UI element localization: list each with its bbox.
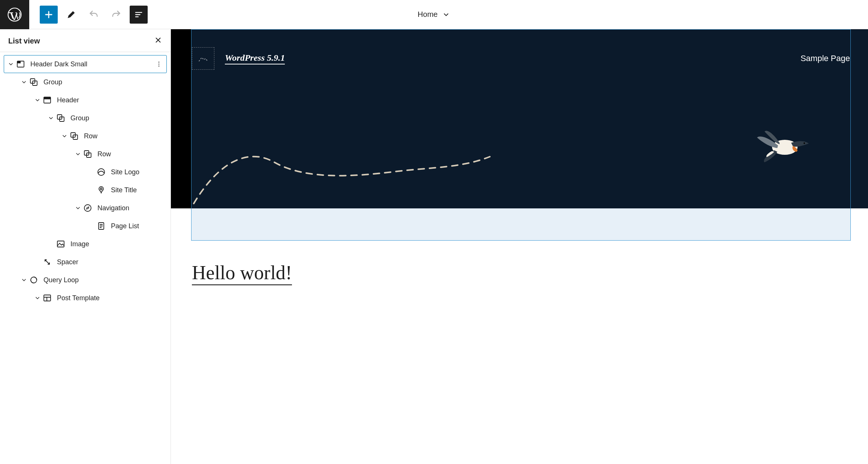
tree-item-label: Post Template bbox=[57, 294, 164, 302]
tree-item-label: Row bbox=[97, 150, 164, 158]
expand-toggle[interactable] bbox=[33, 97, 42, 103]
tools-button[interactable] bbox=[62, 6, 80, 24]
expand-toggle[interactable] bbox=[73, 205, 82, 211]
bird-image bbox=[756, 125, 812, 166]
tree-item-label: Group bbox=[43, 78, 164, 86]
tree-item-options-button[interactable] bbox=[154, 61, 163, 67]
tree-item[interactable]: Header bbox=[4, 91, 167, 109]
tree-item-label: Page List bbox=[111, 222, 164, 230]
group-icon bbox=[69, 131, 79, 141]
chevron-down-icon bbox=[21, 79, 27, 85]
document-title-label: Home bbox=[418, 10, 437, 19]
chevron-down-icon bbox=[48, 115, 54, 121]
post-template-icon bbox=[42, 293, 52, 303]
tree-item[interactable]: Group bbox=[4, 109, 167, 127]
header-icon bbox=[42, 95, 52, 105]
query-loop-icon bbox=[28, 275, 39, 285]
tree-item-label: Spacer bbox=[57, 258, 164, 266]
group-icon bbox=[55, 113, 66, 123]
more-vertical-icon bbox=[156, 61, 162, 67]
tree-item[interactable]: Group bbox=[4, 73, 167, 91]
plus-icon bbox=[43, 9, 54, 20]
tree-item[interactable]: Spacer bbox=[4, 253, 167, 271]
list-view-close-button[interactable] bbox=[154, 36, 162, 46]
tree-item-label: Group bbox=[70, 114, 164, 122]
post-title-link[interactable]: Hello world! bbox=[192, 262, 292, 285]
close-icon bbox=[154, 36, 162, 44]
tree-item[interactable]: Page List bbox=[4, 217, 167, 235]
list-view-icon bbox=[133, 9, 144, 20]
expand-toggle[interactable] bbox=[46, 115, 55, 121]
chevron-down-icon bbox=[34, 295, 41, 301]
chevron-down-icon bbox=[34, 97, 41, 103]
tree-item-label: Image bbox=[70, 240, 164, 248]
site-header-row: WordPress 5.9.1 Sample Page bbox=[192, 47, 850, 70]
site-logo-placeholder[interactable] bbox=[192, 47, 214, 70]
template-part-icon bbox=[15, 59, 26, 69]
image-icon bbox=[55, 239, 66, 249]
expand-toggle[interactable] bbox=[60, 133, 69, 139]
tree-item-label: Header bbox=[57, 96, 164, 104]
block-inserter-button[interactable] bbox=[40, 6, 58, 24]
expand-toggle[interactable] bbox=[6, 61, 15, 67]
tree-item-label: Row bbox=[84, 132, 164, 140]
block-tree: Header Dark SmallGroupHeaderGroupRowRowS… bbox=[0, 52, 171, 310]
top-toolbar: Home bbox=[0, 0, 868, 29]
selection-highlight-strip bbox=[192, 208, 850, 240]
group-icon bbox=[82, 149, 93, 159]
list-view-toggle-button[interactable] bbox=[130, 6, 148, 24]
pencil-icon bbox=[66, 9, 76, 20]
editor-main: List view Header Dark SmallGroupHeaderGr… bbox=[0, 29, 868, 464]
tree-item[interactable]: Row bbox=[4, 145, 167, 163]
dark-header-band: WordPress 5.9.1 Sample Page bbox=[171, 29, 868, 208]
expand-toggle[interactable] bbox=[19, 79, 28, 85]
tree-item[interactable]: Query Loop bbox=[4, 271, 167, 289]
list-view-title: List view bbox=[8, 37, 40, 45]
tree-item-label: Site Logo bbox=[111, 168, 164, 176]
chevron-down-icon bbox=[21, 277, 27, 283]
chevron-down-icon bbox=[75, 205, 81, 211]
expand-toggle[interactable] bbox=[73, 151, 82, 157]
site-title-text[interactable]: WordPress 5.9.1 bbox=[225, 53, 285, 64]
tree-item-label: Navigation bbox=[97, 204, 164, 212]
editor-canvas[interactable]: WordPress 5.9.1 Sample Page bbox=[171, 29, 868, 464]
tree-item[interactable]: Header Dark Small bbox=[4, 55, 167, 73]
tree-item[interactable]: Site Logo bbox=[4, 163, 167, 181]
expand-toggle[interactable] bbox=[19, 277, 28, 283]
undo-icon bbox=[88, 9, 99, 20]
tree-item[interactable]: Site Title bbox=[4, 181, 167, 199]
navigation-icon bbox=[82, 203, 93, 213]
undo-button[interactable] bbox=[85, 6, 103, 24]
svg-point-2 bbox=[804, 142, 805, 144]
tree-item[interactable]: Post Template bbox=[4, 289, 167, 307]
list-view-header: List view bbox=[0, 29, 171, 52]
chevron-down-icon bbox=[442, 10, 450, 19]
chevron-down-icon bbox=[61, 133, 68, 139]
group-icon bbox=[28, 77, 39, 87]
nav-link-sample-page[interactable]: Sample Page bbox=[801, 54, 850, 63]
site-title-icon bbox=[96, 185, 106, 195]
tree-item-label: Query Loop bbox=[43, 276, 164, 284]
chevron-down-icon bbox=[7, 61, 14, 67]
wordpress-logo-button[interactable] bbox=[0, 0, 29, 29]
tree-item-label: Header Dark Small bbox=[30, 60, 154, 68]
toolbar-left-group bbox=[29, 6, 148, 24]
chevron-down-icon bbox=[75, 151, 81, 157]
tree-item[interactable]: Image bbox=[4, 235, 167, 253]
document-title-dropdown[interactable]: Home bbox=[418, 10, 450, 19]
tree-item-label: Site Title bbox=[111, 186, 164, 194]
redo-button[interactable] bbox=[107, 6, 125, 24]
page-list-icon bbox=[96, 221, 106, 231]
redo-icon bbox=[111, 9, 121, 20]
expand-toggle[interactable] bbox=[33, 295, 42, 301]
flight-path-image bbox=[192, 142, 492, 205]
tree-item[interactable]: Row bbox=[4, 127, 167, 145]
wordpress-icon bbox=[7, 7, 22, 22]
tree-item[interactable]: Navigation bbox=[4, 199, 167, 217]
list-view-panel: List view Header Dark SmallGroupHeaderGr… bbox=[0, 29, 171, 464]
image-placeholder-icon bbox=[198, 53, 209, 64]
spacer-icon bbox=[42, 257, 52, 267]
site-logo-icon bbox=[96, 167, 106, 177]
